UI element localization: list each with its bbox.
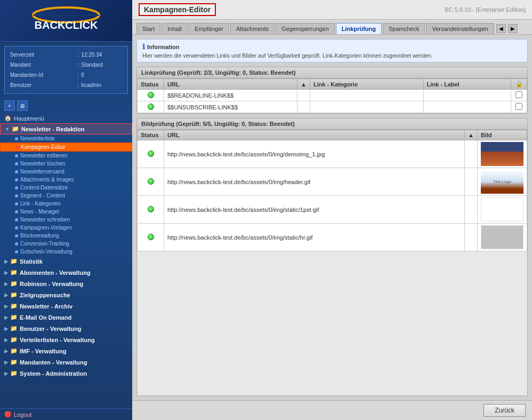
sidebar-item-newsletter-archiv[interactable]: ▶ 📁 Newsletter - Archiv (0, 300, 132, 312)
sidebar-item-conversion-tracking[interactable]: Conversion-Tracking (0, 240, 132, 248)
folder-icon: 📁 (12, 125, 19, 132)
svg-rect-1 (33, 15, 99, 16)
mandant-value: Standard (81, 60, 122, 69)
sidebar-label: Benutzer - Verwaltung (20, 326, 82, 332)
expand-icon: ▶ (4, 304, 8, 309)
bullet-icon (15, 162, 18, 165)
sidebar-sub-label: Blockverwaltung (20, 233, 59, 239)
version-info: BC 5.9.10 - [Enterprise Edition] (445, 6, 526, 13)
expand-icon: ▶ (4, 292, 8, 298)
bullet-icon (15, 137, 18, 140)
sidebar-item-segment-content[interactable]: Segment - Content (0, 192, 132, 200)
logout-item[interactable]: 🔴 Logout (0, 408, 132, 420)
tab-inhalt[interactable]: Inhalt (162, 23, 188, 34)
content-area: ℹ Information Hier werden die verwendete… (132, 35, 532, 400)
sidebar-item-newsletterversand[interactable]: Newsletterversand (0, 168, 132, 176)
home-icon: 🏠 (4, 115, 12, 122)
sidebar-item-email-on-demand[interactable]: ▶ 📁 E-Mail On Demand (0, 312, 132, 323)
status-dot (148, 92, 154, 98)
bild-cell (478, 196, 527, 224)
tab-prev-button[interactable]: ◀ (496, 24, 506, 33)
back-button[interactable]: Zurück (483, 404, 526, 417)
folder-icon: 📁 (10, 303, 18, 310)
table-row: http://news.backclick-test.de/bc/assets/… (138, 140, 527, 168)
empty-cell (465, 140, 478, 168)
sidebar-item-benutzer-verwaltung[interactable]: ▶ 📁 Benutzer - Verwaltung (0, 323, 132, 334)
sidebar-sub-label: Attachments & Images (20, 177, 74, 183)
status-cell (138, 90, 164, 101)
footer-bar: Zurück (132, 400, 532, 420)
expand-icon: ▼ (5, 126, 10, 132)
status-dot (148, 178, 154, 185)
row-checkbox[interactable] (515, 91, 522, 98)
kategorie-cell (310, 90, 423, 101)
sidebar-item-kampagnen-editor[interactable]: Kampagnen-Editor (0, 142, 132, 152)
sidebar-item-newsletter-schreiben[interactable]: Newsletter schreiben (0, 216, 132, 224)
sidebar-item-abonnenten-verwaltung[interactable]: ▶ 📁 Abonnenten - Verwaltung (0, 267, 132, 278)
folder-icon: 📁 (10, 336, 18, 343)
mandanten-id-value: 0 (81, 70, 122, 80)
sidebar-item-newsletter-loeschen[interactable]: Newsletter löschen (0, 160, 132, 168)
sidebar-item-hauptmenu[interactable]: 🏠 Hauptmenü (0, 113, 132, 123)
tab-empfaenger[interactable]: Empfänger (189, 23, 229, 34)
server-info: Serverzeit : 12:25:34 Mandant : Standard… (4, 46, 128, 94)
sidebar-item-newsletter-editieren[interactable]: Newsletter editieren (0, 152, 132, 160)
tab-versandeinstellungen[interactable]: Versandeinstellungen (426, 23, 494, 34)
bullet-icon (15, 210, 18, 213)
status-dot (148, 104, 154, 110)
bullet-icon (15, 250, 18, 253)
sidebar-item-newsletterliste[interactable]: Newsletterliste (0, 134, 132, 142)
main-area: Kampagnen-Editor BC 5.9.10 - [Enterprise… (132, 0, 532, 420)
sidebar-item-system-administration[interactable]: ▶ 📁 System - Administration (0, 368, 132, 379)
tab-next-button[interactable]: ▶ (508, 24, 518, 33)
row-checkbox[interactable] (515, 103, 522, 110)
link-section: Linkprüfung (Geprüft: 2/2, Ungültig: 0, … (136, 67, 528, 114)
sidebar-item-imf-verwaltung[interactable]: ▶ 📁 IMF - Verwaltung (0, 345, 132, 356)
tab-start[interactable]: Start (136, 23, 160, 34)
bullet-icon (15, 146, 19, 149)
col-lock: 🔒 (511, 79, 527, 90)
sidebar-item-mandanten-verwaltung[interactable]: ▶ 📁 Mandanten - Verwaltung (0, 356, 132, 368)
folder-icon: 📁 (10, 347, 18, 354)
sidebar-sub-label: Conversion-Tracking (20, 241, 69, 247)
sidebar-item-content-datensaetze[interactable]: Content-Datensätze (0, 184, 132, 192)
logout-icon: 🔴 (4, 411, 12, 418)
sidebar-item-statistik[interactable]: ▶ 📁 Statistik (0, 256, 132, 267)
checkbox-cell[interactable] (511, 101, 527, 113)
tab-linkpruefung[interactable]: Linkprüfung (336, 23, 382, 34)
grid-icon-button[interactable]: ⊞ (17, 100, 28, 111)
tab-gegensperrungen[interactable]: Gegensperrungen (276, 23, 335, 34)
benutzer-label: Benutzer (10, 81, 76, 90)
sidebar-label: System - Administration (20, 370, 87, 377)
info-box-title: ℹ Information (142, 43, 522, 51)
sidebar-item-news-manager[interactable]: News - Manager (0, 208, 132, 216)
expand-icon: ▶ (4, 259, 8, 264)
expand-icon: ▶ (4, 348, 8, 354)
sidebar-item-verteilerlisten-verwaltung[interactable]: ▶ 📁 Verteilerlisten - Verwaltung (0, 334, 132, 345)
expand-icon: ▶ (4, 281, 8, 287)
add-icon-button[interactable]: + (4, 100, 15, 111)
sidebar-sub-label: News - Manager (20, 209, 59, 215)
sidebar-sub-label: Newsletterversand (20, 169, 65, 175)
sidebar-sub-label: Segment - Content (20, 193, 65, 199)
sidebar-item-zielgruppensuche[interactable]: ▶ 📁 Zielgruppensuche (0, 289, 132, 300)
svg-text:BACKCLICK: BACKCLICK (35, 19, 98, 31)
checkbox-cell[interactable] (511, 90, 527, 101)
tab-attachments[interactable]: Attachments (230, 23, 275, 34)
sidebar-item-attachments-images[interactable]: Attachments & Images (0, 176, 132, 184)
tab-spamcheck[interactable]: Spamcheck (383, 23, 425, 34)
sidebar-label: E-Mail On Demand (20, 314, 71, 321)
sidebar-item-blockverwaltung[interactable]: Blockverwaltung (0, 232, 132, 240)
sidebar-item-kampagnen-vorlagen[interactable]: Kampagnen-Vorlagen (0, 224, 132, 232)
folder-icon: 📁 (10, 359, 18, 366)
sidebar-item-newsletter-redaktion[interactable]: ▼ 📁 Newsletter - Redaktion (0, 123, 132, 134)
bullet-icon (15, 186, 18, 189)
sidebar-item-link-kategorien[interactable]: Link - Kategorien (0, 200, 132, 208)
sidebar-item-gutschein-verwaltung[interactable]: Gutschein-Verwaltung (0, 248, 132, 256)
url-cell: $$READONLINE-LINK$$ (164, 90, 297, 101)
sidebar-item-robinson-verwaltung[interactable]: ▶ 📁 Robinson - Verwaltung (0, 278, 132, 289)
image-preview (481, 142, 523, 166)
table-row: http://news.backclick-test.de/bc/assets/… (138, 196, 527, 224)
bild-cell (478, 224, 527, 251)
kategorie-cell (310, 101, 423, 113)
